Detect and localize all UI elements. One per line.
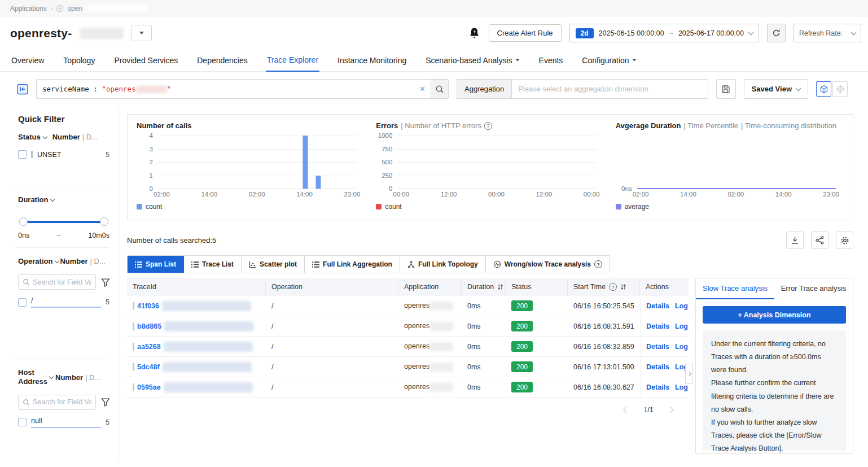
logs-link[interactable]: Logs bbox=[675, 383, 689, 391]
aggregation-input[interactable] bbox=[511, 79, 708, 99]
chart-subtitle[interactable]: | Number of HTTP errors bbox=[401, 121, 481, 130]
redacted-trace-id bbox=[162, 301, 251, 311]
tab-dependencies[interactable]: Dependencies bbox=[196, 50, 249, 71]
table-row: 41f036 / openres 0ms 200 06/16 16:50:25.… bbox=[127, 296, 689, 316]
details-link[interactable]: Details bbox=[646, 383, 669, 391]
legend-item[interactable]: count bbox=[376, 203, 401, 211]
alert-bell-icon[interactable] bbox=[468, 27, 481, 40]
duration-cell: 0ms bbox=[462, 359, 506, 376]
operation-tab-duration[interactable]: | D... bbox=[90, 257, 106, 265]
trace-id-link[interactable]: 0595ae bbox=[137, 383, 161, 391]
run-query-button[interactable] bbox=[431, 80, 448, 98]
trace-id-link[interactable]: aa5268 bbox=[137, 343, 161, 351]
logs-link[interactable]: Logs bbox=[675, 322, 689, 330]
trace-id-link[interactable]: 41f036 bbox=[137, 302, 159, 310]
filter-funnel-icon[interactable] bbox=[101, 398, 110, 407]
legend-item[interactable]: average bbox=[616, 203, 649, 211]
tab-error-trace-analysis[interactable]: Error Trace analysis bbox=[774, 278, 853, 299]
view-mode-cube-button[interactable] bbox=[816, 81, 831, 97]
save-view-button[interactable] bbox=[716, 79, 736, 99]
view-scatter-plot[interactable]: Scatter plot bbox=[242, 256, 305, 273]
chart-subtitle[interactable]: | Time Percentile bbox=[683, 121, 738, 130]
collapse-query-icon[interactable] bbox=[17, 84, 28, 95]
quick-filter-sidebar: Quick Filter Status Number| D... UNSET 5… bbox=[0, 106, 119, 462]
checkbox[interactable] bbox=[18, 418, 27, 426]
duration-range-slider[interactable] bbox=[19, 217, 108, 226]
sort-icon[interactable] bbox=[497, 283, 503, 290]
view-wrong-slow-trace-analysis[interactable]: Wrong/slow Trace analysis bbox=[486, 256, 610, 273]
operation-search-input[interactable] bbox=[18, 274, 96, 290]
slider-handle-max[interactable] bbox=[100, 217, 108, 226]
refresh-button[interactable] bbox=[767, 24, 786, 42]
host-address-label[interactable]: Host Address bbox=[18, 368, 50, 387]
legend-item[interactable]: count bbox=[137, 203, 162, 211]
divider bbox=[15, 247, 109, 248]
view-span-list[interactable]: Span List bbox=[128, 256, 184, 273]
clear-query-icon[interactable]: ✕ bbox=[414, 85, 431, 93]
aggregation-label: Aggregation bbox=[457, 79, 511, 99]
slider-handle-min[interactable] bbox=[19, 217, 28, 226]
filter-label[interactable]: UNSET bbox=[37, 151, 61, 159]
details-link[interactable]: Details bbox=[646, 343, 669, 351]
operation-label[interactable]: Operation bbox=[18, 257, 59, 265]
tab-scenario-based-analysis[interactable]: Scenario-based Analysis bbox=[424, 50, 520, 71]
share-button[interactable] bbox=[811, 232, 828, 249]
details-link[interactable]: Details bbox=[646, 322, 669, 330]
tab-trace-explorer[interactable]: Trace Explorer bbox=[266, 50, 319, 72]
add-analysis-dimension-button[interactable]: + Analysis Dimension bbox=[703, 306, 846, 324]
divider bbox=[15, 186, 109, 186]
chart-errors: Errors | Number of HTTP errors 100075050… bbox=[368, 121, 607, 215]
chart-title[interactable]: Errors bbox=[376, 121, 398, 130]
status-tab-number[interactable]: Number bbox=[52, 133, 80, 141]
tab-events[interactable]: Events bbox=[538, 50, 564, 71]
view-full-link-aggregation[interactable]: Full Link Aggregation bbox=[305, 256, 400, 273]
saved-view-dropdown[interactable]: Saved View bbox=[744, 79, 808, 99]
sort-icon[interactable] bbox=[620, 283, 626, 290]
host-search-input[interactable] bbox=[18, 395, 96, 410]
prev-page-button[interactable] bbox=[623, 407, 629, 413]
trace-id-link[interactable]: b8d865 bbox=[137, 322, 161, 330]
tab-instance-monitoring[interactable]: Instance Monitoring bbox=[336, 50, 407, 71]
tab-provided-services[interactable]: Provided Services bbox=[113, 50, 179, 71]
filter-funnel-icon[interactable] bbox=[101, 278, 110, 287]
app-switcher-button[interactable] bbox=[131, 25, 152, 41]
help-icon[interactable] bbox=[609, 283, 617, 291]
view-mode-alt-button[interactable] bbox=[832, 81, 848, 97]
tab-topology[interactable]: Topology bbox=[62, 50, 96, 71]
status-label[interactable]: Status bbox=[18, 133, 47, 141]
logs-link[interactable]: Logs bbox=[675, 343, 689, 351]
host-tab-number[interactable]: Number bbox=[55, 373, 83, 382]
tab-overview[interactable]: Overview bbox=[10, 50, 45, 71]
help-icon[interactable] bbox=[594, 260, 602, 268]
filter-label[interactable]: null bbox=[31, 417, 101, 428]
time-range-picker[interactable]: 2d 2025-06-15 00:00:00 ~ 2025-06-17 00:0… bbox=[569, 24, 759, 42]
tab-slow-trace-analysis[interactable]: Slow Trace analysis bbox=[696, 278, 774, 299]
panel-expander-handle[interactable] bbox=[685, 364, 693, 384]
host-tab-duration[interactable]: | D... bbox=[85, 373, 100, 382]
diamond-icon bbox=[836, 85, 845, 94]
duration-label[interactable]: Duration bbox=[18, 195, 54, 204]
help-icon[interactable] bbox=[484, 122, 492, 130]
view-full-link-topology[interactable]: Full Link Topology bbox=[400, 256, 486, 273]
details-link[interactable]: Details bbox=[646, 363, 669, 371]
settings-button[interactable] bbox=[836, 232, 853, 249]
refresh-rate-select[interactable]: Refresh Rate: bbox=[794, 24, 861, 42]
filter-label[interactable]: / bbox=[31, 296, 101, 308]
checkbox[interactable] bbox=[18, 150, 27, 159]
chevron-down-icon bbox=[851, 29, 857, 35]
chart-title[interactable]: Avgerage Duration bbox=[616, 121, 681, 130]
tab-configuration[interactable]: Configuration bbox=[581, 50, 637, 71]
next-page-button[interactable] bbox=[667, 407, 673, 413]
status-tab-duration[interactable]: | D... bbox=[82, 133, 98, 141]
create-alert-rule-button[interactable]: Create Alert Rule bbox=[489, 24, 562, 42]
trace-id-link[interactable]: 5dc48f bbox=[137, 363, 160, 371]
download-button[interactable] bbox=[786, 232, 804, 249]
chart-subtitle[interactable]: | Time-consuming distribution bbox=[741, 121, 836, 130]
operation-tab-number[interactable]: Number bbox=[60, 257, 87, 265]
details-link[interactable]: Details bbox=[646, 302, 669, 310]
query-input[interactable]: serviceName : "openres" ✕ bbox=[36, 79, 449, 99]
logs-link[interactable]: Logs bbox=[675, 302, 689, 310]
view-trace-list[interactable]: Trace List bbox=[184, 256, 242, 273]
checkbox[interactable] bbox=[18, 298, 27, 307]
breadcrumb-root[interactable]: Applications bbox=[10, 5, 47, 12]
